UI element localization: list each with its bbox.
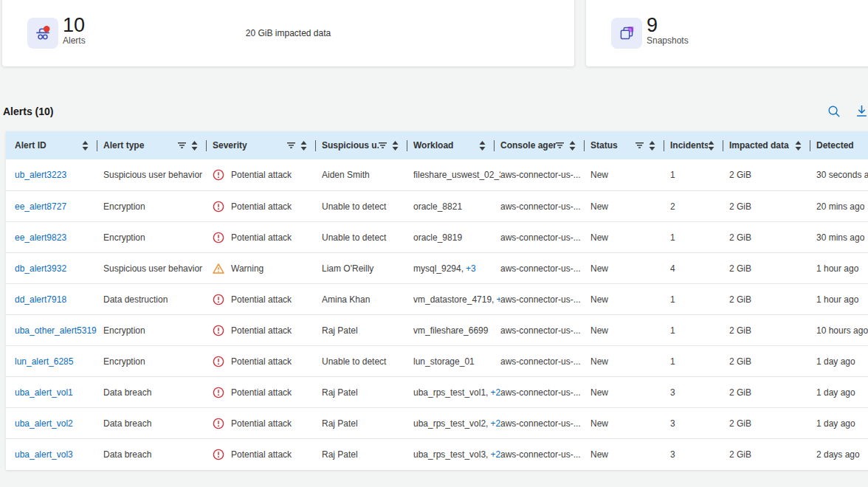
workload-cell: mysql_9294,+3: [413, 263, 500, 274]
status-cell: New: [590, 170, 670, 180]
suspicious-user-cell: Unable to detect: [322, 201, 413, 212]
sort-icon[interactable]: [649, 141, 655, 151]
detected-cell: 30 mins ago: [816, 232, 868, 243]
sort-icon[interactable]: [479, 141, 486, 151]
status-cell: New: [590, 418, 670, 429]
workload-more-link[interactable]: +2: [490, 387, 500, 398]
detected-cell: 20 mins ago: [816, 201, 868, 212]
column-header-label: Workload: [413, 140, 479, 151]
workload-name: fileshare_uswest_02_3:: [413, 170, 500, 180]
column-header: Workload: [413, 131, 500, 159]
sort-icon[interactable]: [569, 141, 576, 151]
sort-icon[interactable]: [300, 141, 307, 151]
search-icon[interactable]: [827, 104, 841, 119]
console-agent-cell: aws-connector-us-...: [500, 449, 590, 460]
download-icon[interactable]: [854, 104, 868, 119]
severity-icon: [213, 418, 224, 429]
severity-cell: Potential attack: [213, 387, 322, 398]
impacted-data-cell: 2 GiB: [729, 325, 816, 336]
filter-icon[interactable]: [287, 142, 295, 149]
filter-icon[interactable]: [178, 142, 186, 149]
severity-label: Potential attack: [231, 325, 292, 336]
incidents-cell: 3: [670, 387, 729, 398]
incidents-cell: 3: [670, 449, 729, 460]
workload-cell: uba_rps_test_vol3,+2: [413, 449, 500, 460]
column-header: Alert ID: [15, 131, 103, 159]
severity-label: Potential attack: [231, 294, 292, 305]
incidents-cell: 1: [670, 232, 729, 243]
table-row: uba_alert_vol1 Data breach: [6, 376, 868, 407]
filter-icon[interactable]: [636, 142, 644, 149]
status-cell: New: [590, 356, 670, 367]
detected-cell: 1 day ago: [816, 356, 868, 367]
severity-icon: [213, 169, 224, 181]
workload-name: uba_rps_test_vol2,: [413, 418, 488, 429]
workload-more-link[interactable]: +2: [490, 418, 500, 429]
status-cell: New: [590, 294, 670, 305]
column-header: Suspicious u...: [322, 131, 413, 159]
column-header-label: Severity: [213, 140, 287, 151]
alert-id-link[interactable]: uba_alert_vol1: [15, 387, 73, 398]
alert-id-link[interactable]: db_alert3932: [15, 263, 66, 274]
suspicious-user-cell: Raj Patel: [322, 449, 413, 460]
alert-id-link[interactable]: uba_alert_vol2: [15, 418, 73, 429]
alert-type-cell: Data breach: [103, 387, 213, 398]
alert-id-link[interactable]: ub_alert3223: [15, 170, 66, 180]
alert-id-link[interactable]: lun_alert_6285: [15, 356, 73, 367]
severity-cell: Potential attack: [213, 449, 322, 460]
filter-icon[interactable]: [556, 142, 564, 149]
sort-icon[interactable]: [708, 141, 714, 151]
console-agent-cell: aws-connector-us-...: [500, 170, 590, 180]
sort-icon[interactable]: [191, 141, 198, 151]
status-cell: New: [590, 387, 670, 398]
severity-cell: Potential attack: [213, 356, 322, 367]
suspicious-user-cell: Aiden Smith: [322, 170, 413, 180]
impacted-data-cell: 2 GiB: [729, 387, 816, 398]
table-row: uba_alert_vol2 Data breach: [6, 407, 868, 438]
severity-label: Potential attack: [231, 449, 292, 460]
workload-more-link[interactable]: +3: [466, 263, 476, 274]
impacted-data-cell: 2 GiB: [729, 356, 816, 367]
sort-icon[interactable]: [392, 141, 399, 151]
severity-icon: [213, 449, 224, 460]
console-agent-cell: aws-connector-us-...: [500, 201, 590, 212]
alert-id-link[interactable]: uba_other_alert5319: [15, 325, 97, 336]
workload-name: mysql_9294,: [413, 263, 464, 274]
incidents-cell: 1: [670, 294, 729, 305]
impacted-data-cell: 2 GiB: [729, 263, 816, 274]
severity-label: Potential attack: [231, 418, 292, 429]
detected-cell: 10 hours ago: [816, 325, 868, 336]
detected-cell: 1 day ago: [816, 418, 868, 429]
table-row: lun_alert_6285 Encryption: [6, 345, 868, 376]
sort-icon[interactable]: [82, 141, 89, 151]
alert-id-link[interactable]: dd_alert7918: [15, 294, 66, 305]
workload-name: uba_rps_test_vol3,: [413, 449, 488, 460]
severity-icon: [213, 325, 224, 336]
column-separator: [97, 140, 97, 151]
alert-id-link[interactable]: ee_alert9823: [15, 232, 66, 243]
suspicious-user-cell: Unable to detect: [322, 232, 413, 243]
alert-id-link[interactable]: uba_alert_vol3: [15, 449, 73, 460]
table-header-row: Alert ID: [6, 131, 868, 159]
console-agent-cell: aws-connector-us-...: [500, 232, 590, 243]
sort-icon[interactable]: [795, 141, 802, 151]
column-header: Console agent: [500, 131, 590, 159]
severity-icon: [213, 263, 224, 274]
alert-type-cell: Encryption: [103, 232, 213, 243]
workload-cell: vm_datastore_4719,+: [413, 294, 500, 305]
severity-cell: Potential attack: [213, 325, 322, 336]
alert-type-cell: Suspicious user behavior: [103, 170, 213, 180]
impacted-data-cell: 2 GiB: [729, 232, 816, 243]
console-agent-cell: aws-connector-us-...: [500, 387, 590, 398]
severity-icon: [213, 201, 224, 213]
column-header: Detected: [816, 131, 868, 159]
alert-id-link[interactable]: ee_alert8727: [15, 201, 66, 212]
suspicious-user-cell: Amina Khan: [322, 294, 413, 305]
alerts-table: Alert ID: [6, 131, 868, 470]
table-row: ee_alert9823 Encryption: [6, 221, 868, 252]
detected-cell: 2 days ago: [816, 449, 868, 460]
workload-more-link[interactable]: +2: [490, 449, 500, 460]
filter-icon[interactable]: [379, 142, 387, 149]
workload-name: vm_datastore_4719,: [413, 294, 494, 305]
table-body: ub_alert3223 Suspicious user behavior: [6, 159, 868, 469]
